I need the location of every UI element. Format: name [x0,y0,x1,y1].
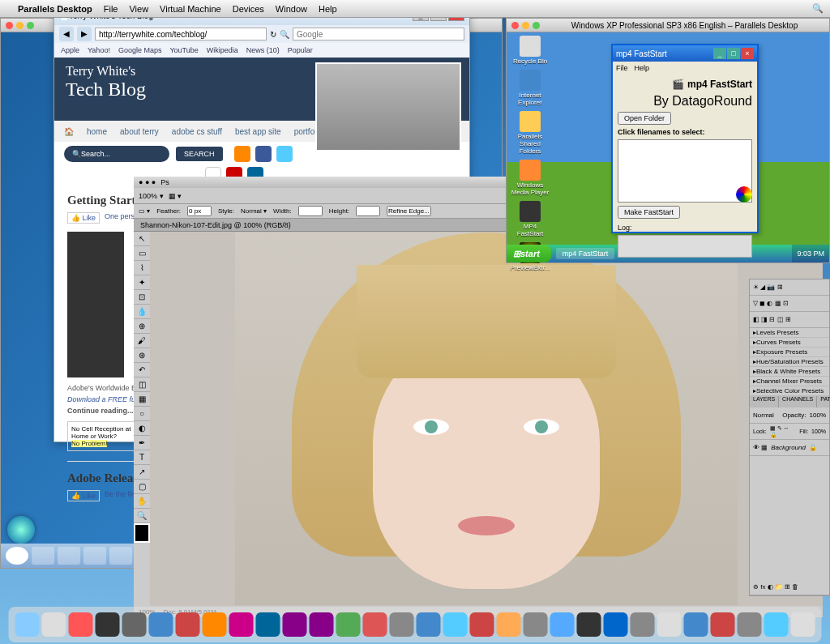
heal-tool[interactable]: ⊕ [134,319,150,334]
pen-tool[interactable]: ✒ [134,436,150,450]
rss-icon[interactable] [234,146,250,162]
refresh-icon[interactable]: ↻ [270,30,276,39]
close-icon[interactable] [6,22,13,29]
xp-tray[interactable]: 9:03 PM [792,245,829,262]
layer-row[interactable]: 👁 ▦ Background 🔒 [750,440,829,456]
dock-app[interactable] [631,612,655,637]
type-tool[interactable]: T [134,450,150,465]
blur-tool[interactable]: ○ [134,407,150,421]
dock-ical[interactable] [470,612,494,637]
height-input[interactable] [356,206,380,216]
marquee-tool[interactable]: ▭ [134,246,150,261]
path-tool[interactable]: ↗ [134,465,150,480]
dock-mail[interactable] [443,612,468,637]
dock-app[interactable] [524,612,548,637]
dock-app[interactable] [738,612,762,637]
move-tool[interactable]: ↖ [134,232,150,246]
dock-id[interactable] [229,612,254,637]
adj-icons-row[interactable]: ▽ ◼ ◐ ▦ ⊡ [750,296,829,312]
dock-ai[interactable] [203,612,227,637]
tab-paths[interactable]: PATHS [817,396,830,407]
open-folder-button[interactable]: Open Folder [618,112,671,125]
adj-icons-row[interactable]: ◧ ◨ ⊟ ◫ ⊞ [750,312,829,328]
dock-fl[interactable] [363,612,387,637]
width-input[interactable] [298,206,323,216]
blog-search-input[interactable]: 🔍 Search... [64,146,169,162]
dock-app[interactable] [390,612,414,637]
dodge-tool[interactable]: ◐ [134,421,150,436]
history-tool[interactable]: ↶ [134,363,150,377]
dock-safari[interactable] [417,612,441,637]
brush-tool[interactable]: 🖌 [134,334,150,348]
dock-app[interactable] [497,612,521,637]
dock-itunes[interactable] [550,612,575,637]
xp-titlebar[interactable]: Windows XP Professional SP3 x86 English … [506,18,830,32]
nav-about[interactable]: about terry [120,127,159,136]
ad-box[interactable]: No Cell Reception at Home or Work?No Pro… [67,421,140,451]
facebook-icon[interactable] [255,146,272,162]
lasso-tool[interactable]: ⌇ [134,261,150,275]
close-button[interactable]: × [741,48,754,59]
close-icon[interactable] [511,22,519,29]
zoom-tool[interactable]: 🔍 [134,509,150,523]
dock-app[interactable] [149,612,173,637]
dock-app[interactable] [96,612,120,637]
dock-app[interactable] [176,612,200,637]
nav-adobe[interactable]: adobe cs stuff [172,127,222,136]
home-icon[interactable]: 🏠 [64,127,74,136]
preset[interactable]: ▸ Levels Presets [750,328,829,338]
preset[interactable]: ▸ Exposure Presets [750,348,829,357]
maximize-button[interactable]: □ [727,48,740,59]
menu-view[interactable]: View [129,4,148,14]
crop-tool[interactable]: ⊡ [134,290,150,305]
preset[interactable]: ▸ Curves Presets [750,338,829,348]
continue-link[interactable]: Continue reading... [67,407,134,415]
dock-app[interactable] [657,612,682,637]
tab-channels[interactable]: CHANNELS [779,396,817,407]
adj-icons-row[interactable]: ☀ ◢ 📷 ⊞ [750,279,829,296]
menu-window[interactable]: Window [276,4,307,14]
dock-trash[interactable] [791,612,815,637]
menu-file[interactable]: File [104,4,118,14]
taskbar-app[interactable] [109,547,132,565]
taskbar-ie[interactable] [32,547,54,565]
feather-input[interactable] [187,206,212,216]
search-button[interactable]: SEARCH [176,147,223,161]
like-button[interactable]: 👍 Like [67,490,100,501]
refine-button[interactable]: Refine Edge... [387,206,431,216]
view-mode[interactable]: ▦ ▾ [169,192,182,200]
xp-shared-icon[interactable]: Parallels Shared Folders [510,111,550,155]
minimize-button[interactable]: _ [713,48,726,59]
preset[interactable]: ▸ Selective Color Presets [750,386,829,396]
taskbar-explorer[interactable] [58,547,80,565]
menu-help[interactable]: Help [319,4,337,14]
zoom-level[interactable]: 100% ▾ [139,192,164,200]
layer-buttons[interactable]: ⊚ fx ◐ 📁 ⊞ 🗑 [750,579,829,595]
dock-app[interactable] [42,612,66,637]
wand-tool[interactable]: ✦ [134,275,150,290]
app-name[interactable]: Parallels Desktop [18,4,92,14]
xp-wmp-icon[interactable]: Windows Media Player [510,160,550,196]
minimize-icon[interactable] [16,22,24,29]
zoom-icon[interactable] [533,22,540,29]
color-swatch[interactable] [134,523,150,543]
bookmark[interactable]: YouTube [169,46,198,54]
dock-ps[interactable] [256,612,280,637]
eyedrop-tool[interactable]: 💧 [134,305,150,319]
style-select[interactable]: Normal ▾ [241,207,267,215]
dock-parallels[interactable] [711,612,735,637]
dock-app[interactable] [69,612,93,637]
finder-icon[interactable] [15,612,40,637]
menu-vm[interactable]: Virtual Machine [160,4,221,14]
dock-app[interactable] [577,612,601,637]
make-faststart-button[interactable]: Make FastStart [618,206,680,219]
back-button[interactable]: ◀ [59,27,74,41]
bookmark[interactable]: Google Maps [118,46,162,54]
hand-tool[interactable]: ✋ [134,494,150,509]
taskbar-wmp[interactable] [83,547,106,565]
start-button[interactable] [6,547,28,565]
video-thumb[interactable] [67,232,124,377]
minimize-icon[interactable] [522,22,529,29]
search-box[interactable] [293,28,464,41]
menu-file[interactable]: File [616,64,628,72]
